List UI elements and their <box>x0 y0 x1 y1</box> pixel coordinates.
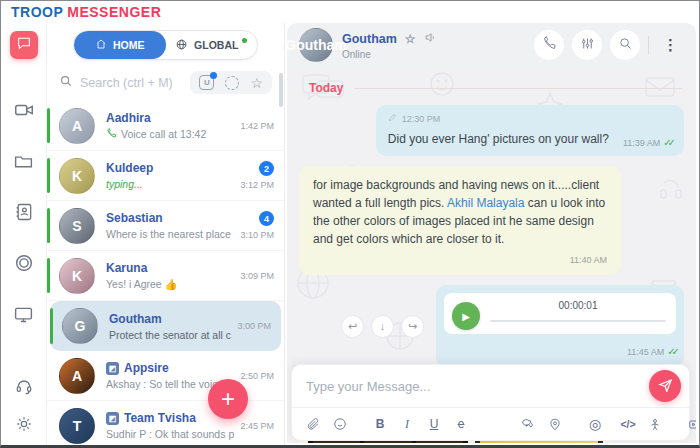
bold-button[interactable]: B <box>373 417 387 431</box>
message-outgoing-voice[interactable]: ↩ ↓ ↪ ▶ 00:00:01 11:45 AM✓✓ <box>295 285 686 367</box>
new-chat-fab[interactable]: + <box>208 379 248 419</box>
date-divider-line <box>355 88 682 89</box>
avatar: G <box>62 308 98 344</box>
search-bar: Search (ctrl + M) U ☆ <box>47 66 284 101</box>
list-item-karuna[interactable]: K Karuna Yes! i Agree 👍 3:09 PM <box>47 251 284 301</box>
list-scrollbar[interactable] <box>279 73 283 107</box>
play-button[interactable]: ▶ <box>452 302 480 330</box>
edited-time: 12:30 PM <box>402 114 441 124</box>
nav-contacts-button[interactable] <box>11 201 37 227</box>
voice-duration: 00:00:01 <box>490 300 666 311</box>
mute-speaker-icon[interactable] <box>424 31 437 47</box>
chat-search-button[interactable] <box>610 30 640 60</box>
group-icon: ◩ <box>106 412 119 425</box>
group-icon: ◩ <box>106 362 119 375</box>
tab-home[interactable]: HOME <box>74 31 166 59</box>
conversation-list: A Aadhira Voice call at 13:42 1:42 PM K <box>47 101 284 445</box>
reply-icon[interactable]: ↩ <box>341 315 364 338</box>
avatar: T <box>59 408 95 444</box>
attach-file-icon[interactable] <box>306 417 320 432</box>
avatar: A <box>59 358 95 394</box>
edited-indicator: 12:30 PM <box>388 113 672 124</box>
message-input[interactable] <box>306 379 649 394</box>
contact-name: Sebastian <box>106 211 234 225</box>
message-actions: ↩ ↓ ↪ <box>341 315 424 338</box>
nav-chats-button[interactable] <box>10 31 38 59</box>
global-new-dot <box>242 38 247 43</box>
avatar: A <box>59 108 95 144</box>
online-bar <box>50 308 53 344</box>
list-filter-tools: U ☆ <box>190 71 272 94</box>
strikethrough-button[interactable]: e <box>454 417 468 431</box>
unread-dot <box>210 72 217 79</box>
nav-screenshare-button[interactable] <box>11 303 37 329</box>
unread-badge: 4 <box>259 211 274 226</box>
address-book-icon <box>14 202 34 226</box>
sliders-icon <box>580 36 595 55</box>
video-camera-icon <box>13 99 35 125</box>
list-item-kuldeep[interactable]: K Kuldeep typing... 2 3:12 PM <box>47 151 284 201</box>
avatar: K <box>59 258 95 294</box>
call-button[interactable] <box>534 30 564 60</box>
message-time: 11:45 AM✓✓ <box>627 347 676 357</box>
list-item-sebastian[interactable]: S Sebastian Where is the nearest place t… <box>47 201 284 251</box>
plus-icon: + <box>221 385 235 413</box>
chat-avatar[interactable]: Goutham <box>299 28 333 62</box>
contact-preview: Sudhir P : Ok that sounds p.. <box>106 428 234 440</box>
location-icon[interactable] <box>548 417 562 432</box>
folder-icon <box>13 151 34 176</box>
filter-button[interactable] <box>572 30 602 60</box>
voice-progress-bar[interactable] <box>490 320 666 322</box>
nav-files-button[interactable] <box>11 150 37 176</box>
list-item-appsire[interactable]: A ◩ Appsire Akshay : So tell the voice o… <box>47 351 284 401</box>
chat-status: Online <box>342 49 437 60</box>
nav-target-button[interactable] <box>11 252 37 278</box>
logo-messenger: MESSENGER <box>67 4 161 20</box>
person-tag-icon[interactable] <box>648 417 662 432</box>
favorites-filter-icon[interactable]: ☆ <box>250 76 263 90</box>
list-item-goutham[interactable]: G Goutham Protect the senator at all cos… <box>50 301 281 351</box>
send-plane-icon <box>658 377 673 396</box>
video-message-icon[interactable] <box>688 416 696 433</box>
incoming-call-icon <box>106 128 117 141</box>
emoji-icon[interactable] <box>333 416 347 432</box>
list-item-team-tvisha[interactable]: T ◩ Team Tvisha Sudhir P : Ok that sound… <box>47 401 284 445</box>
more-options-button[interactable]: ⋮ <box>657 36 684 54</box>
settings-button[interactable] <box>11 413 37 439</box>
burnout-icon[interactable] <box>521 416 535 433</box>
search-input[interactable]: Search (ctrl + M) <box>80 76 183 90</box>
tab-global[interactable]: GLOBAL <box>166 31 258 59</box>
message-outgoing-text[interactable]: 12:30 PM Did you ever Hang' pictures on … <box>295 105 686 156</box>
message-area: Today 12:30 PM Did you ever Hang' pictur… <box>287 67 696 443</box>
contact-preview: Protect the senator at all costs. <box>109 329 231 341</box>
code-snippet-button[interactable]: </> <box>621 418 635 430</box>
unread-filter-icon[interactable]: U <box>199 75 214 90</box>
status-filter-icon[interactable] <box>225 76 239 90</box>
support-button[interactable] <box>11 375 37 401</box>
chat-contact-name: Goutham <box>342 32 397 46</box>
record-icon[interactable]: ◎ <box>588 416 602 432</box>
list-item-aadhira[interactable]: A Aadhira Voice call at 13:42 1:42 PM <box>47 101 284 151</box>
send-button[interactable] <box>649 370 681 402</box>
online-bar <box>47 208 50 243</box>
italic-button[interactable]: I <box>400 417 414 432</box>
home-global-tabs: HOME GLOBAL <box>73 30 258 60</box>
underline-button[interactable]: U <box>427 417 441 431</box>
app-window: TROOP MESSENGER <box>0 0 700 448</box>
composer: B I U e ◎ </> <box>291 364 690 441</box>
forward-icon[interactable]: ↪ <box>401 315 424 338</box>
conversation-list-panel: HOME GLOBAL Search (ctrl + M) U ☆ <box>47 23 285 445</box>
date-divider-label: Today <box>309 81 343 95</box>
nav-video-button[interactable] <box>11 99 37 125</box>
tab-home-label: HOME <box>113 39 145 51</box>
mention-link[interactable]: Akhil Malayala <box>447 196 524 210</box>
message-time: 11:39 AM✓✓ <box>623 137 672 148</box>
contact-time: 3:09 PM <box>240 271 274 281</box>
contact-time: 3:10 PM <box>240 230 274 240</box>
phone-icon <box>542 36 557 55</box>
download-icon[interactable]: ↓ <box>371 315 394 338</box>
message-incoming-text[interactable]: for image backgrounds and having news on… <box>295 166 686 275</box>
favorite-star-icon[interactable]: ☆ <box>405 32 416 46</box>
header-divider <box>648 36 649 54</box>
contact-name: Kuldeep <box>106 161 234 175</box>
